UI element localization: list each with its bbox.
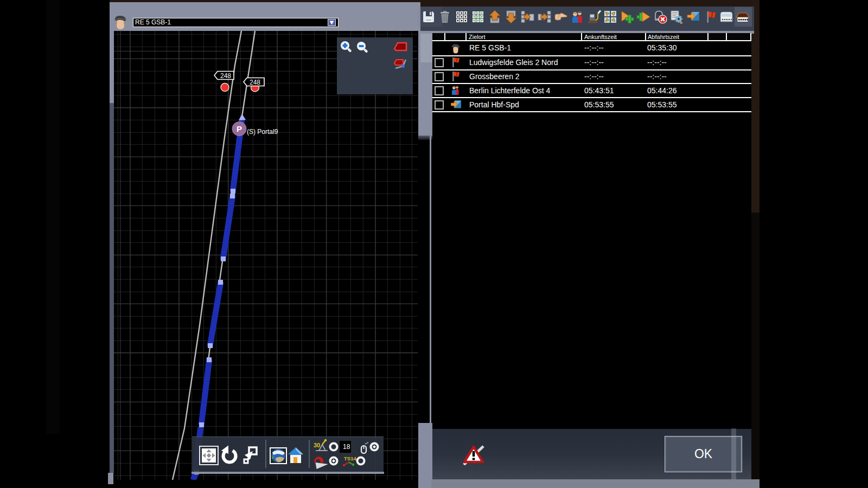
svg-text:P: P — [237, 124, 242, 133]
svg-text:248: 248 — [250, 79, 260, 86]
svg-text:30: 30 — [314, 442, 320, 448]
svg-text:18: 18 — [343, 443, 350, 451]
svg-text:TS14: TS14 — [344, 455, 356, 461]
svg-text:248: 248 — [220, 72, 231, 80]
svg-text:(S) Portal9: (S) Portal9 — [247, 128, 278, 136]
